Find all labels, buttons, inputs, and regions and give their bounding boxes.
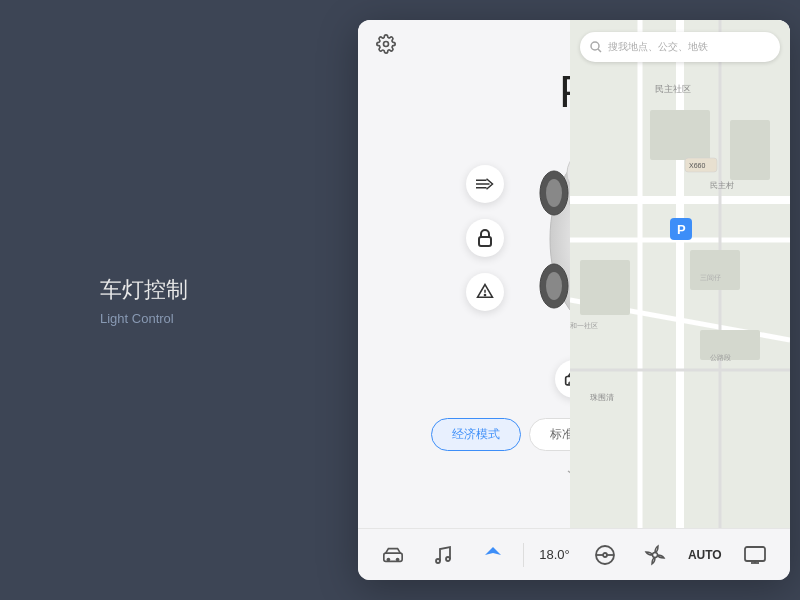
- nav-temperature[interactable]: 18.0°: [534, 535, 574, 575]
- svg-rect-49: [730, 120, 770, 180]
- sidebar-title-chinese: 车灯控制: [100, 275, 188, 305]
- svg-point-27: [387, 557, 391, 561]
- nav-fan[interactable]: [635, 535, 675, 575]
- svg-text:和一社区: 和一社区: [570, 322, 598, 329]
- nav-car[interactable]: [373, 535, 413, 575]
- nav-steering[interactable]: [585, 535, 625, 575]
- svg-line-63: [598, 49, 601, 52]
- map-overlay: 民主社区 民主村 三闾仔 和一社区 公路段 珠围清 X660 P 搜我地点、公交…: [570, 20, 790, 528]
- nav-divider-1: [523, 543, 524, 567]
- headlight-button[interactable]: [466, 165, 504, 203]
- left-sidebar: 车灯控制 Light Control: [0, 0, 360, 600]
- svg-point-30: [446, 557, 450, 561]
- svg-text:珠围清: 珠围清: [590, 393, 614, 402]
- hazard-button[interactable]: [466, 273, 504, 311]
- svg-point-18: [546, 272, 562, 300]
- nav-music[interactable]: [423, 535, 463, 575]
- left-control-buttons: [466, 165, 504, 311]
- svg-point-32: [603, 553, 607, 557]
- svg-rect-4: [479, 237, 491, 246]
- svg-point-0: [384, 42, 389, 47]
- svg-point-35: [652, 552, 657, 557]
- map-search-bar[interactable]: 搜我地点、公交、地铁: [580, 32, 780, 62]
- svg-text:公路段: 公路段: [710, 354, 731, 361]
- svg-rect-47: [650, 110, 710, 160]
- nav-navigation[interactable]: [473, 535, 513, 575]
- map-search-placeholder: 搜我地点、公交、地铁: [608, 40, 708, 54]
- svg-point-62: [591, 42, 599, 50]
- svg-point-6: [484, 294, 485, 295]
- sidebar-title-english: Light Control: [100, 311, 188, 326]
- nav-auto[interactable]: AUTO: [685, 535, 725, 575]
- eco-mode-button[interactable]: 经济模式: [431, 418, 521, 451]
- svg-rect-48: [690, 250, 740, 290]
- svg-point-28: [396, 557, 400, 561]
- svg-text:三闾仔: 三闾仔: [700, 274, 721, 281]
- nav-screen[interactable]: [735, 535, 775, 575]
- sidebar-text-block: 车灯控制 Light Control: [100, 275, 188, 326]
- svg-text:民主社区: 民主社区: [655, 84, 691, 94]
- svg-rect-36: [745, 547, 765, 561]
- svg-point-29: [436, 559, 440, 563]
- bottom-navbar: 18.0° AUTO: [358, 528, 790, 580]
- main-card: 352 km P: [358, 20, 790, 580]
- svg-text:民主村: 民主村: [710, 181, 734, 190]
- svg-text:P: P: [677, 222, 686, 237]
- svg-rect-50: [580, 260, 630, 315]
- svg-rect-26: [384, 553, 402, 561]
- svg-point-14: [546, 179, 562, 207]
- settings-icon[interactable]: [376, 34, 398, 56]
- map-search-icon: [590, 41, 602, 53]
- svg-text:X660: X660: [689, 162, 705, 169]
- lock-button[interactable]: [466, 219, 504, 257]
